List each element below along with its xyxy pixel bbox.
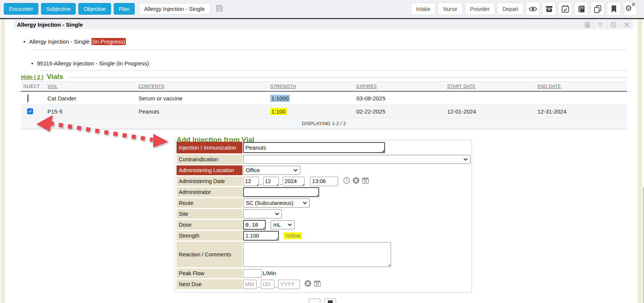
depart-button[interactable]: Depart	[497, 3, 524, 15]
bookmark-icon[interactable]	[607, 2, 621, 16]
status-item-1: Allergy Injection - Single (In Progress)	[23, 38, 126, 45]
peak-flow-input[interactable]	[243, 269, 262, 278]
column-header-strength[interactable]: STRENGTH	[268, 84, 354, 89]
settings-gears-icon[interactable]: ⚙⚙	[623, 2, 637, 16]
subjective-button[interactable]: Subjective	[41, 3, 76, 15]
peak-flow-unit: L/Min	[263, 270, 276, 276]
intake-button[interactable]: Intake	[411, 3, 435, 15]
column-header-vial[interactable]: VIAL	[45, 84, 136, 89]
divider	[30, 50, 627, 50]
contraindication-select[interactable]	[243, 155, 470, 164]
displaying-count: DISPLAYING 1-2 / 2	[302, 121, 346, 126]
archive-box-icon[interactable]	[542, 2, 556, 16]
resize-corner[interactable]	[388, 264, 390, 266]
column-header-expires[interactable]: EXPIRES	[354, 84, 445, 89]
contraindication-row: Contraindication	[177, 155, 470, 164]
left-margin-strip	[1, 19, 5, 303]
bottom-action-button[interactable]	[309, 298, 320, 303]
next-due-icon-group	[304, 280, 321, 289]
panel-book-icon[interactable]	[580, 20, 594, 29]
add-injection-fieldset: Add Injection from Vial Injection / Immu…	[175, 140, 472, 292]
panel-header-icons	[580, 20, 633, 29]
strength-highlight-blue: 1:1000	[270, 95, 290, 102]
route-select[interactable]: SC (Subcutaneous)	[243, 198, 310, 208]
status-item-2-text: 95115-Allergy Injection - Single (In Pro…	[37, 60, 149, 67]
calendar-check-icon[interactable]	[558, 2, 572, 16]
hide-vials-link[interactable]: Hide ( 2 )	[21, 74, 43, 80]
date-separator: -	[258, 285, 260, 289]
administering-date-row: Administering Date - -	[177, 176, 470, 186]
save-note-icon[interactable]	[215, 4, 224, 14]
next-due-day-input[interactable]	[261, 280, 274, 289]
administrator-row: Administrator	[177, 187, 470, 197]
toolbar-divider	[0, 18, 644, 19]
objective-button[interactable]: Objective	[78, 3, 111, 15]
divider	[37, 70, 627, 71]
administering-location-row: Administering Location Office	[177, 165, 470, 175]
column-header-inject: INJECT	[21, 84, 45, 89]
annotation-arrow	[30, 111, 173, 150]
contents-cell: Serum or vaccine	[136, 95, 268, 102]
injection-input[interactable]	[243, 142, 385, 153]
resize-corner	[256, 183, 259, 186]
disable-slash-icon[interactable]	[607, 20, 620, 29]
site-select[interactable]	[243, 209, 282, 218]
resize-corner[interactable]	[381, 149, 385, 153]
status-badge-in-progress: (In Progress)	[91, 38, 126, 45]
strength-label: Strength	[177, 231, 242, 241]
next-due-calendar-icon[interactable]	[314, 280, 321, 289]
strength-color-note: Yellow	[283, 232, 302, 239]
toolbar-right-group: Intake Nurse Provider Depart	[411, 2, 637, 16]
column-header-contents[interactable]: CONTENTS	[136, 84, 268, 89]
reaction-comments-label: Reaction / Comments	[177, 242, 242, 267]
plan-button[interactable]: Plan	[114, 3, 135, 15]
clock-icon[interactable]	[343, 177, 350, 186]
vial-row-cat-dander: Cat Dander Serum or vaccine 1:1000 03-08…	[21, 92, 627, 105]
top-toolbar: Encounter Subjective Objective Plan Alle…	[0, 0, 644, 18]
date-year-input[interactable]	[283, 177, 304, 186]
book-icon[interactable]	[574, 2, 588, 16]
administrator-label: Administrator	[177, 187, 242, 197]
collapse-chevrons-icon[interactable]	[594, 20, 607, 29]
administrator-input[interactable]	[243, 187, 319, 197]
vial-name-cell: Cat Dander	[45, 95, 136, 102]
resize-corner[interactable]	[262, 226, 265, 229]
strength-input[interactable]	[243, 231, 279, 241]
reaction-comments-textarea[interactable]	[243, 242, 391, 267]
strength-highlight-yellow: 1:100	[270, 108, 287, 115]
injection-label: Injection / Immunization	[177, 142, 242, 153]
clear-next-due-icon[interactable]	[304, 280, 312, 289]
column-header-start-date[interactable]: START DATE	[445, 84, 535, 89]
end-date-cell: 12-31-2024	[535, 108, 627, 115]
note-title-box[interactable]: Allergy Injection - Single	[139, 3, 210, 15]
status-item-2: 95115-Allergy Injection - Single (In Pro…	[31, 60, 149, 67]
column-header-end-date[interactable]: END DATE	[535, 84, 627, 89]
calendar-picker-icon[interactable]	[362, 177, 369, 186]
nurse-button[interactable]: Nurse	[438, 3, 462, 15]
next-due-year-input[interactable]	[278, 280, 300, 289]
resize-corner[interactable]	[275, 237, 279, 240]
inject-checkbox-unchecked[interactable]	[27, 94, 29, 102]
bottom-save-button[interactable]	[324, 298, 336, 303]
close-icon[interactable]	[620, 20, 633, 29]
eye-icon[interactable]	[526, 2, 540, 16]
peak-flow-row: Peak Flow L/Min	[177, 268, 470, 278]
date-separator: -	[260, 182, 262, 186]
copy-pages-icon[interactable]	[591, 2, 604, 16]
administering-location-label: Administering Location	[177, 165, 242, 175]
encounter-button[interactable]: Encounter	[4, 3, 38, 15]
resize-corner[interactable]	[315, 193, 319, 197]
clear-date-icon[interactable]	[352, 177, 360, 186]
date-separator: -	[276, 285, 277, 289]
panel-header: Allergy Injection - Single	[14, 20, 633, 29]
next-due-month-input[interactable]	[243, 280, 257, 289]
date-time-input[interactable]	[310, 177, 338, 186]
administering-location-select[interactable]: Office	[243, 166, 300, 175]
dose-unit-select[interactable]: mL	[271, 220, 295, 229]
gear-glyphs: ⚙⚙	[626, 5, 635, 14]
vials-fieldset-border	[21, 77, 627, 78]
right-margin-strip	[638, 19, 642, 303]
vials-table-header: INJECT VIAL CONTENTS STRENGTH EXPIRES ST…	[21, 81, 627, 92]
provider-button[interactable]: Provider	[465, 3, 495, 15]
save-disk-icon	[328, 300, 333, 303]
